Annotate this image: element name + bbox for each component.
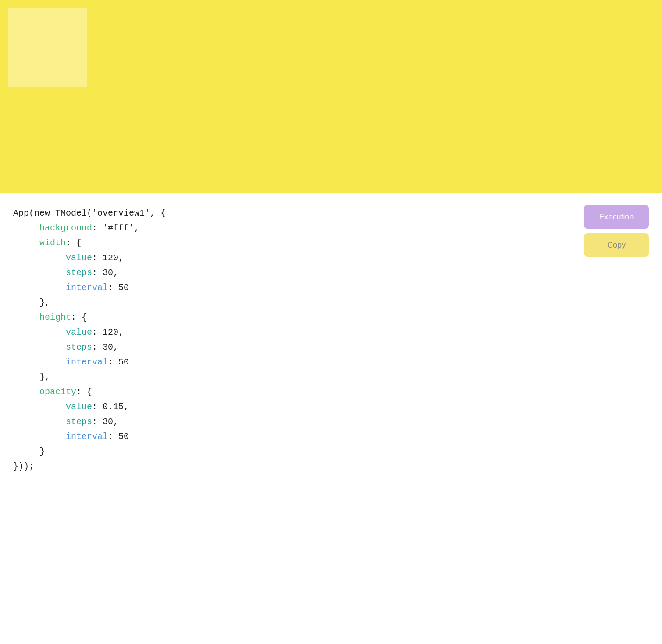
code-line-7: }, [13, 295, 649, 310]
code-line-17: } [13, 444, 649, 459]
execution-button[interactable]: Execution [584, 205, 649, 229]
code-line-2: background: '#fff', [13, 221, 649, 236]
code-line-9: value: 120, [13, 325, 649, 340]
button-group: Execution Copy [584, 205, 649, 257]
copy-button[interactable]: Copy [584, 233, 649, 257]
preview-inner-box [8, 8, 87, 87]
preview-canvas [0, 0, 662, 193]
code-line-14: value: 0.15, [13, 400, 649, 414]
code-line-15: steps: 30, [13, 414, 649, 429]
code-line-10: steps: 30, [13, 340, 649, 355]
code-line-6: interval: 50 [13, 280, 649, 295]
code-line-12: }, [13, 370, 649, 385]
code-line-4: value: 120, [13, 251, 649, 265]
code-line-13: opacity: { [13, 385, 649, 400]
code-line-11: interval: 50 [13, 355, 649, 370]
code-line-5: steps: 30, [13, 265, 649, 280]
code-area: Execution Copy App(new TModel('overview1… [0, 193, 662, 487]
code-line-1: App(new TModel('overview1', { [13, 206, 649, 221]
code-line-16: interval: 50 [13, 429, 649, 444]
code-block: App(new TModel('overview1', { background… [13, 206, 649, 474]
code-line-18: })); [13, 459, 649, 474]
code-line-8: height: { [13, 310, 649, 325]
code-line-3: width: { [13, 236, 649, 251]
